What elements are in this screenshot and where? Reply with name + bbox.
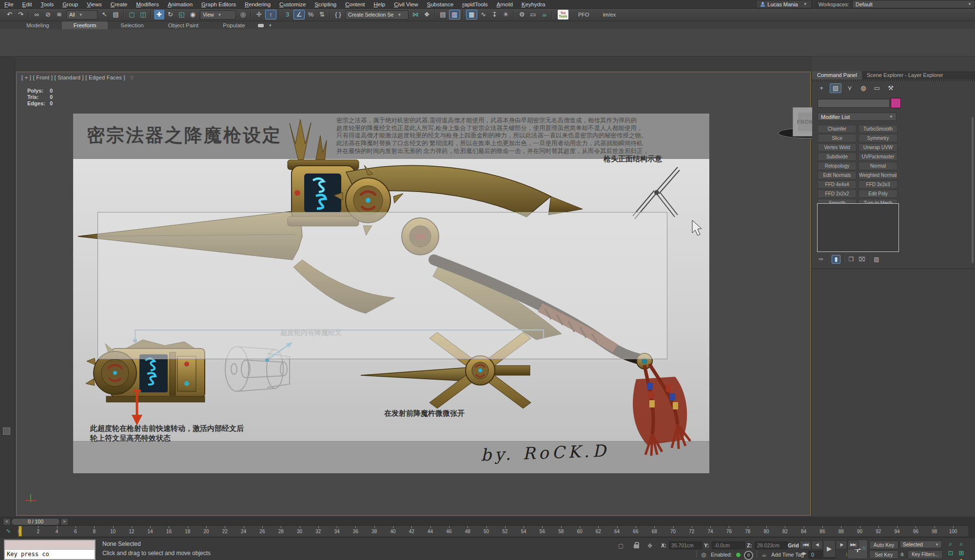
spinner-snap-toggle-icon[interactable]: ⇅ bbox=[317, 10, 327, 19]
snaps-toggle-icon[interactable]: 3 bbox=[282, 10, 292, 19]
textools-badge[interactable]: TexTools bbox=[558, 10, 568, 19]
modify-tab-icon[interactable]: ▧ bbox=[830, 83, 841, 93]
select-and-place-icon[interactable]: ◉ bbox=[188, 10, 198, 19]
mini-curve-editor-icon[interactable]: ∿ bbox=[6, 527, 11, 534]
use-pivot-point-center-icon[interactable]: ◎ bbox=[238, 10, 248, 19]
maxscript-mini-listener[interactable]: Key press co bbox=[4, 540, 96, 560]
angle-snap-toggle-icon[interactable]: ∠ bbox=[293, 10, 305, 19]
previous-frame-button[interactable]: ◀| bbox=[811, 541, 823, 549]
unlink-selection-icon[interactable]: ⊘ bbox=[43, 10, 53, 19]
add-time-tag-button[interactable]: Add Time Tag bbox=[771, 552, 804, 558]
modifier-button-ffd-4x4x4[interactable]: FFD 4x4x4 bbox=[818, 180, 857, 189]
previous-frame-button[interactable]: < bbox=[3, 518, 11, 525]
hierarchy-tab-icon[interactable]: ⋎ bbox=[844, 83, 855, 93]
next-frame-button[interactable]: > bbox=[60, 518, 68, 525]
ribbon-tab-object-paint[interactable]: Object Paint bbox=[156, 21, 211, 29]
menu-arnold[interactable]: Arnold bbox=[492, 0, 517, 8]
material-editor-icon[interactable]: ✳ bbox=[501, 10, 511, 19]
pan-icon[interactable]: ✋ bbox=[956, 558, 966, 560]
modifier-button-ffd-2x2x2[interactable]: FFD 2x2x2 bbox=[818, 190, 857, 198]
go-to-start-button[interactable]: |◀◀ bbox=[800, 541, 811, 549]
ribbon-tab-selection[interactable]: Selection bbox=[109, 21, 155, 29]
pfo-label[interactable]: PFO bbox=[578, 12, 589, 18]
ribbon-options-button[interactable]: ▼ bbox=[258, 21, 273, 29]
panel-tab-scene-explorer-layer-explorer[interactable]: Scene Explorer - Layer Explorer bbox=[862, 71, 948, 79]
display-tab-icon[interactable]: ▭ bbox=[872, 83, 882, 93]
selection-lock-icon[interactable] bbox=[634, 544, 639, 548]
menu-customize[interactable]: Customize bbox=[275, 0, 310, 8]
render-setup-icon[interactable]: ⚙ bbox=[517, 10, 527, 19]
keyboard-shortcut-override-icon[interactable]: ↑ bbox=[265, 10, 276, 19]
toggle-scene-explorer-icon[interactable]: ▤ bbox=[438, 10, 448, 19]
object-color-swatch[interactable] bbox=[891, 98, 901, 108]
menu-edit[interactable]: Edit bbox=[18, 0, 37, 8]
rectangular-selection-region-icon[interactable]: ▢ bbox=[127, 10, 137, 19]
ribbon-tab-modeling[interactable]: Modeling bbox=[15, 21, 61, 29]
play-button[interactable]: ▶ bbox=[823, 540, 836, 558]
set-key-button[interactable]: Set Key bbox=[869, 550, 898, 559]
zoom-extents-icon[interactable]: ⊡ bbox=[946, 549, 956, 558]
absolute-offset-mode-icon[interactable]: ✥ bbox=[647, 542, 652, 549]
modifier-button-unwrap-uvw[interactable]: Unwrap UVW bbox=[858, 143, 897, 152]
enabled-count-button[interactable]: 0 bbox=[744, 551, 753, 560]
menu-animation[interactable]: Animation bbox=[163, 0, 197, 8]
zoom-region-icon[interactable]: ◰ bbox=[946, 558, 956, 560]
menu-substance[interactable]: Substance bbox=[423, 0, 458, 8]
zoom-extents-all-icon[interactable]: ⊞ bbox=[956, 549, 966, 558]
modifier-button-slice[interactable]: Slice bbox=[818, 134, 857, 142]
toggle-ribbon-icon[interactable]: ▦ bbox=[466, 10, 477, 19]
pin-stack-icon[interactable]: ✑ bbox=[817, 256, 825, 263]
menu-help[interactable]: Help bbox=[369, 0, 390, 8]
menu-views[interactable]: Views bbox=[82, 0, 106, 8]
listener-input-row[interactable]: Key press co bbox=[5, 550, 95, 559]
modifier-button-symmetry[interactable]: Symmetry bbox=[858, 134, 897, 142]
next-frame-button[interactable]: |▶ bbox=[836, 541, 847, 549]
modifier-button-ffd-3x3x3[interactable]: FFD 3x3x3 bbox=[858, 180, 897, 189]
utilities-tab-icon[interactable]: ⚒ bbox=[885, 83, 896, 93]
menu-graph-editors[interactable]: Graph Editors bbox=[197, 0, 240, 8]
reference-coordinate-dropdown[interactable]: View▼ bbox=[200, 10, 236, 19]
configure-modifier-sets-icon[interactable]: ▨ bbox=[873, 256, 880, 263]
select-by-name-icon[interactable]: ▤ bbox=[111, 10, 121, 19]
modifier-button-turbosmooth[interactable]: TurboSmooth bbox=[858, 125, 897, 133]
named-selection-sets-dropdown[interactable]: Create Selection Se▼ bbox=[345, 10, 409, 19]
menu-create[interactable]: Create bbox=[106, 0, 132, 8]
percent-snap-toggle-icon[interactable]: % bbox=[306, 10, 316, 19]
redo-icon[interactable]: ↷ bbox=[16, 10, 26, 19]
modifier-stack-box[interactable] bbox=[817, 203, 899, 252]
z-coordinate-field[interactable]: 29.023cm bbox=[755, 541, 788, 549]
user-account-dropdown[interactable]: Lucas Mania ▼ bbox=[756, 0, 811, 8]
menu-civil-view[interactable]: Civil View bbox=[390, 0, 423, 8]
listener-macro-row[interactable] bbox=[5, 541, 95, 550]
modifier-list-dropdown[interactable]: Modifier List ▼ bbox=[818, 113, 897, 121]
menu-rapidtools[interactable]: rapidTools bbox=[458, 0, 492, 8]
schematic-view-icon[interactable]: ↧ bbox=[489, 10, 500, 19]
dock-mini-icon[interactable] bbox=[3, 427, 10, 435]
filter-funnel-icon[interactable]: ▽ bbox=[130, 75, 134, 80]
select-and-rotate-icon[interactable]: ↻ bbox=[165, 10, 176, 19]
zoom-all-icon[interactable]: ⌕ bbox=[956, 540, 966, 548]
panel-scrollbar[interactable] bbox=[972, 117, 974, 263]
modifier-button-normal[interactable]: Normal bbox=[858, 162, 897, 170]
menu-content[interactable]: Content bbox=[341, 0, 369, 8]
modifier-button-edit-normals[interactable]: Edit Normals bbox=[818, 171, 857, 179]
modifier-button-vertex-weld[interactable]: Vertex Weld bbox=[818, 143, 857, 152]
ribbon-tab-populate[interactable]: Populate bbox=[211, 21, 256, 29]
window-crossing-icon[interactable]: ◫ bbox=[138, 10, 148, 19]
curve-editor-icon[interactable]: ∿ bbox=[478, 10, 488, 19]
remove-modifier-icon[interactable]: ⌧ bbox=[858, 256, 866, 263]
time-slider-field[interactable]: 0 / 100 bbox=[11, 518, 60, 525]
motion-tab-icon[interactable]: ◍ bbox=[858, 83, 869, 93]
object-name-field[interactable] bbox=[818, 99, 890, 108]
key-selection-dropdown[interactable]: Selected ▼ bbox=[900, 541, 942, 548]
viewport-label[interactable]: [ + ] [ Front ] [ Standard ] [ Edged Fac… bbox=[21, 75, 134, 80]
select-and-link-icon[interactable]: ∞ bbox=[32, 10, 42, 19]
undo-icon[interactable]: ↶ bbox=[4, 10, 15, 19]
select-and-move-icon[interactable]: ✚ bbox=[154, 10, 164, 19]
key-filters-button[interactable]: Key Filters... bbox=[908, 550, 943, 559]
key-filters-icon[interactable]: ⋔ bbox=[900, 551, 904, 558]
toggle-layer-explorer-icon[interactable]: ▥ bbox=[449, 10, 460, 19]
create-tab-icon[interactable]: + bbox=[816, 83, 827, 93]
ribbon-tab-freeform[interactable]: Freeform bbox=[62, 21, 108, 29]
modifier-button-retopology[interactable]: Retopology bbox=[818, 162, 857, 170]
